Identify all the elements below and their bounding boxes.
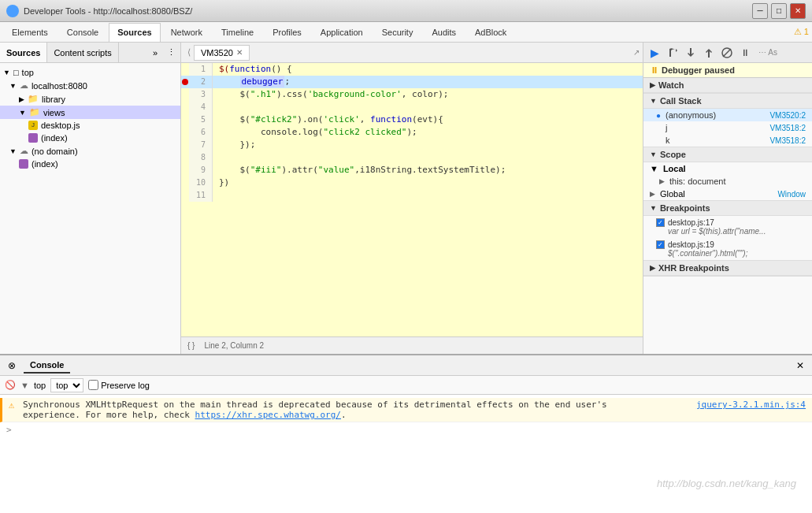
step-into-button[interactable]	[683, 45, 699, 61]
tab-network[interactable]: Network	[162, 23, 211, 42]
console-panel-close[interactable]: ⊗	[3, 359, 20, 373]
warn-icon: ⚠	[9, 400, 20, 411]
line-content-2: debugger;	[213, 76, 290, 88]
tab-adblock[interactable]: AdBlock	[466, 23, 515, 42]
cloud-folder-icon: ☁	[20, 80, 28, 91]
close-button[interactable]: ✕	[790, 3, 806, 19]
bp-item-1-preview: $(".container").html("");	[668, 249, 747, 258]
line-content-11	[213, 189, 224, 202]
resume-button[interactable]: ▶	[647, 45, 662, 61]
level-filter-select[interactable]: top	[50, 378, 83, 392]
tree-item-desktop-js[interactable]: J desktop.js	[0, 119, 180, 132]
breakpoint-item-1[interactable]: ✓ desktop.js:19 $(".container").html("")…	[643, 238, 812, 260]
scope-header[interactable]: ▼ Scope	[643, 147, 812, 162]
console-msg-source-0[interactable]: jquery-3.2.1.min.js:4	[696, 400, 806, 410]
editor-nav-back[interactable]: ⟨	[184, 46, 194, 59]
watch-label: Watch	[658, 80, 684, 90]
tree-item-localhost[interactable]: ▼ ☁ localhost:8080	[0, 79, 180, 92]
tree-item-no-domain[interactable]: ▼ ☁ (no domain)	[0, 144, 180, 158]
watch-triangle: ▶	[650, 81, 655, 89]
editor-nav-right[interactable]: ↗	[633, 48, 640, 57]
console-message-0: ⚠ Synchronous XMLHttpRequest on the main…	[0, 398, 812, 422]
file-tree: ▼ □ top ▼ ☁ localhost:8080 ▶ 📁 library	[0, 63, 180, 354]
tab-application[interactable]: Application	[312, 23, 372, 42]
console-output: ⚠ Synchronous XMLHttpRequest on the main…	[0, 395, 812, 513]
code-line-9: 9 $("#iii").attr("value",i18nString.text…	[181, 164, 643, 177]
line-content-7: });	[213, 139, 255, 151]
tree-item-views[interactable]: ▼ 📁 views	[0, 106, 180, 119]
tab-audits[interactable]: Audits	[423, 23, 465, 42]
tree-item-index1[interactable]: (index)	[0, 132, 180, 144]
minimize-button[interactable]: ─	[752, 3, 768, 19]
collapse-icon: ▼	[19, 109, 26, 117]
file-js-icon: J	[28, 121, 38, 130]
tab-sources[interactable]: Sources	[109, 23, 160, 42]
line-num-7: 7	[189, 139, 213, 151]
tree-item-label: (no domain)	[32, 147, 78, 156]
sidebar-tab-more[interactable]: »	[148, 43, 162, 62]
tab-timeline[interactable]: Timeline	[213, 23, 262, 42]
main-nav: Elements Console Sources Network Timelin…	[0, 22, 812, 43]
sidebar-settings-btn[interactable]: ⋮	[162, 43, 180, 62]
tab-elements[interactable]: Elements	[3, 23, 57, 42]
code-line-8: 8	[181, 151, 643, 164]
callstack-item-2[interactable]: ● k VM3518:2	[643, 134, 812, 147]
editor-tab-close[interactable]: ✕	[236, 48, 243, 57]
callstack-item-0[interactable]: ● (anonymous) VM3520:2	[643, 109, 812, 121]
callstack-item-0-name: (anonymous)	[666, 110, 716, 120]
breakpoint-item-0[interactable]: ✓ desktop.js:17 var url = $(this).attr("…	[643, 216, 812, 238]
xhr-breakpoints-section: ▶ XHR Breakpoints	[643, 261, 812, 277]
console-input[interactable]	[15, 425, 806, 435]
line-content-9: $("#iii").attr("value",i18nString.textSy…	[213, 164, 506, 177]
code-line-2: 2 debugger;	[181, 76, 643, 88]
tab-profiles[interactable]: Profiles	[264, 23, 310, 42]
editor-tab-vm3520[interactable]: VM3520 ✕	[194, 45, 250, 61]
tree-item-label: top	[22, 68, 34, 77]
scope-local-label: Local	[663, 164, 686, 173]
bp-checkbox-1[interactable]: ✓	[656, 240, 665, 249]
code-line-5: 5 $("#click2").on('click', function(evt)…	[181, 113, 643, 126]
console-close-btn[interactable]: ✕	[792, 359, 809, 373]
sidebar-tab-sources[interactable]: Sources	[0, 43, 47, 62]
clear-console-btn[interactable]: 🚫	[5, 380, 16, 390]
watch-section-header[interactable]: ▶ Watch	[643, 78, 812, 93]
callstack-item-1-loc: VM3518:2	[769, 124, 806, 132]
maximize-button[interactable]: □	[771, 3, 787, 19]
step-out-button[interactable]	[701, 45, 717, 61]
xhr-spec-link[interactable]: https://xhr.spec.whatwg.org/	[195, 410, 341, 420]
tree-item-top[interactable]: ▼ □ top	[0, 66, 180, 79]
line-num-4: 4	[189, 101, 213, 113]
folder-icon: 📁	[29, 107, 40, 117]
scope-this-item[interactable]: ▶ this: document	[643, 175, 812, 188]
scope-local-header[interactable]: ▼ Local	[643, 162, 812, 175]
filter-toggle-btn[interactable]: ▼	[20, 381, 29, 390]
scope-section: ▼ Scope ▼ Local ▶ this: document ▶	[643, 147, 812, 201]
pretty-print-btn[interactable]: { }	[187, 341, 195, 350]
tree-item-library[interactable]: ▶ 📁 library	[0, 92, 180, 106]
tree-item-index2[interactable]: (index)	[0, 158, 180, 170]
sidebar-tab-content-scripts[interactable]: Content scripts	[47, 43, 118, 62]
tab-security[interactable]: Security	[373, 23, 422, 42]
callstack-header[interactable]: ▼ Call Stack	[643, 94, 812, 109]
callstack-item-1[interactable]: ● j VM3518:2	[643, 121, 812, 134]
console-tab[interactable]: Console	[24, 358, 70, 374]
pause-on-exceptions-button[interactable]: ⏸	[737, 45, 753, 61]
breakpoints-header[interactable]: ▼ Breakpoints	[643, 201, 812, 216]
bp-checkbox-0[interactable]: ✓	[656, 218, 665, 227]
xhr-breakpoints-header[interactable]: ▶ XHR Breakpoints	[643, 261, 812, 276]
code-line-6: 6 console.log("click2 clicked");	[181, 126, 643, 139]
scope-global-header[interactable]: ▶ Global Window	[643, 188, 812, 200]
preserve-log-checkbox[interactable]	[88, 380, 98, 390]
line-content-10: })	[213, 177, 229, 189]
bp-item-0-file: desktop.js:17	[668, 218, 766, 227]
deactivate-breakpoints-button[interactable]	[719, 45, 735, 61]
breakpoint-marker-7	[181, 139, 189, 151]
step-over-button[interactable]	[665, 45, 680, 61]
code-line-7: 7 });	[181, 139, 643, 151]
pause-icon: ⏸	[650, 65, 658, 75]
line-content-3: $(".h1").css('background-color', color);	[213, 88, 448, 101]
code-area[interactable]: 1 $(function() { 2 debugger; 3 $(".h1").…	[181, 63, 643, 336]
console-prompt: >	[6, 425, 12, 435]
tab-console[interactable]: Console	[58, 23, 107, 42]
editor-tabs-bar: ⟨ VM3520 ✕ ↗	[181, 43, 643, 63]
